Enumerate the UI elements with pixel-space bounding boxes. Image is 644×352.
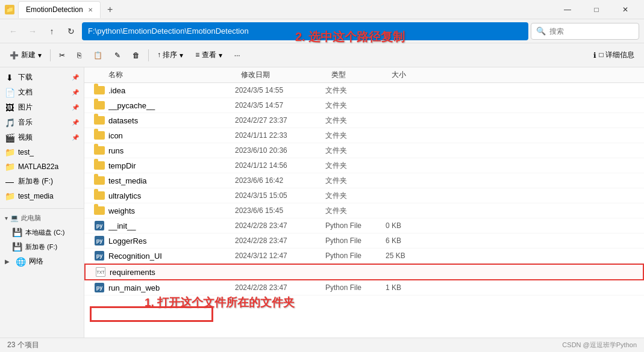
sidebar-item-download[interactable]: ⬇ 下载 📌 — [0, 70, 84, 85]
sidebar-item-localdisk[interactable]: 💾 本地磁盘 (C:) — [0, 225, 84, 239]
table-row[interactable]: icon 2024/1/11 22:33 文件夹 — [84, 128, 644, 143]
sidebar-item-matlab[interactable]: 📁 MATLAB22a — [0, 159, 84, 174]
up-btn[interactable]: ↑ — [43, 23, 60, 40]
folder-icon — [94, 160, 105, 171]
maximize-btn[interactable]: □ — [583, 0, 610, 19]
details-label: □ 详细信息 — [599, 50, 634, 60]
separator-1 — [50, 49, 51, 61]
file-date: 2023/6/6 16:42 — [235, 176, 325, 185]
newvol-icon: 💾 — [12, 242, 22, 252]
table-row[interactable]: weights 2023/6/6 15:45 文件夹 — [84, 203, 644, 218]
address-bar: ← → ↑ ↻ F:\python\EmotionDetection\Emoti… — [0, 19, 644, 43]
this-pc-icon: 💻 — [10, 214, 19, 222]
sort-btn[interactable]: ↑ 排序 ▾ — [152, 46, 188, 64]
music-icon: 🎵 — [5, 118, 14, 128]
status-bar: 23 个项目 CSDN @逗逗班学Python — [0, 338, 644, 352]
sidebar-item-network[interactable]: ▶ 🌐 网络 — [0, 254, 84, 269]
sidebar-item-testmedia[interactable]: 📁 test_media — [0, 189, 84, 203]
new-btn[interactable]: ➕ 新建 ▾ — [5, 46, 46, 64]
delete-btn[interactable]: 🗑 — [128, 46, 145, 64]
col-header-size: 大小 — [392, 70, 440, 80]
sidebar-item-images[interactable]: 🖼 图片 📌 — [0, 100, 84, 115]
title-bar: 📁 EmotionDetection ✕ + — □ ✕ — [0, 0, 644, 19]
search-box[interactable]: 🔍 — [531, 23, 639, 40]
sidebar-item-video[interactable]: 🎬 视频 📌 — [0, 130, 84, 145]
sidebar-label-matlab: MATLAB22a — [18, 162, 58, 171]
rename-icon: ✎ — [114, 51, 120, 60]
sidebar-item-music[interactable]: 🎵 音乐 📌 — [0, 115, 84, 130]
this-pc-label: 此电脑 — [21, 214, 41, 223]
sidebar-label-newf: 新加卷 (F:) — [18, 176, 53, 187]
file-list-container[interactable]: 名称 修改日期 类型 大小 .idea 2024/3/5 14:55 文件夹 _… — [84, 67, 644, 352]
tab-label: EmotionDetection — [26, 5, 83, 14]
file-name: weights — [108, 206, 235, 215]
network-icon: 🌐 — [16, 257, 25, 267]
table-row[interactable]: py __init__ 2024/2/28 23:47 Python File … — [84, 218, 644, 233]
file-name: .idea — [108, 86, 235, 95]
copy-btn[interactable]: ⎘ — [72, 46, 86, 64]
folder-icon-testmedia: 📁 — [5, 191, 14, 201]
sidebar-item-newf[interactable]: — 新加卷 (F:) — [0, 174, 84, 189]
file-type: Python File — [325, 221, 386, 230]
address-text: F:\python\EmotionDetection\EmotionDetect… — [88, 26, 249, 36]
images-icon: 🖼 — [5, 103, 14, 113]
python-icon: py — [94, 250, 105, 261]
search-input[interactable] — [549, 27, 634, 36]
sidebar-label-images: 图片 — [18, 102, 33, 113]
file-name: __pycache__ — [108, 101, 235, 110]
address-input-wrap[interactable]: F:\python\EmotionDetection\EmotionDetect… — [82, 22, 528, 40]
forward-btn[interactable]: → — [24, 23, 41, 40]
minimize-btn[interactable]: — — [554, 0, 581, 19]
file-date: 2024/3/5 14:57 — [235, 101, 325, 110]
file-date: 2023/6/10 20:36 — [235, 146, 325, 155]
localdisk-icon: 💾 — [12, 227, 22, 237]
file-type: 文件夹 — [325, 85, 386, 96]
paste-btn[interactable]: 📋 — [89, 46, 107, 64]
delete-icon: 🗑 — [133, 51, 140, 60]
folder-icon — [94, 205, 105, 216]
file-rows: .idea 2024/3/5 14:55 文件夹 __pycache__ 202… — [84, 83, 644, 295]
sidebar-item-newvol[interactable]: 💾 新加卷 (F:) — [0, 239, 84, 254]
file-type: 文件夹 — [325, 191, 386, 201]
col-header-type: 类型 — [331, 70, 392, 80]
refresh-btn[interactable]: ↻ — [63, 23, 80, 40]
table-row[interactable]: tempDir 2024/1/12 14:56 文件夹 — [84, 158, 644, 173]
new-icon: ➕ — [10, 51, 19, 60]
file-type: 文件夹 — [325, 176, 386, 186]
file-name: icon — [108, 131, 235, 140]
sidebar-label-testmedia: test_media — [18, 192, 54, 200]
folder-icon-test: 📁 — [5, 147, 14, 157]
table-row[interactable]: py run_main_web 2024/2/28 23:47 Python F… — [84, 280, 644, 295]
sidebar-item-docs[interactable]: 📄 文档 📌 — [0, 85, 84, 100]
drive-icon-newf: — — [5, 177, 14, 187]
folder-icon — [94, 145, 105, 156]
table-row[interactable]: TXT requirements — [84, 264, 644, 280]
file-name: Recognition_UI — [108, 252, 235, 261]
table-row[interactable]: ultralytics 2024/3/15 15:05 文件夹 — [84, 188, 644, 203]
table-row[interactable]: test_media 2023/6/6 16:42 文件夹 — [84, 173, 644, 188]
table-row[interactable]: .idea 2024/3/5 14:55 文件夹 — [84, 83, 644, 98]
close-btn[interactable]: ✕ — [611, 0, 639, 19]
table-row[interactable]: runs 2023/6/10 20:36 文件夹 — [84, 143, 644, 158]
file-size: 0 KB — [386, 221, 434, 230]
new-tab-btn[interactable]: + — [103, 2, 117, 17]
active-tab[interactable]: EmotionDetection ✕ — [18, 1, 101, 18]
pin-icon-docs: 📌 — [72, 89, 79, 96]
table-row[interactable]: __pycache__ 2024/3/5 14:57 文件夹 — [84, 98, 644, 113]
sidebar-label-docs: 文档 — [18, 87, 33, 97]
file-type: 文件夹 — [325, 206, 386, 216]
details-btn[interactable]: ℹ □ 详细信息 — [589, 46, 639, 64]
table-row[interactable]: datasets 2024/2/27 23:37 文件夹 — [84, 113, 644, 128]
more-btn[interactable]: ··· — [230, 46, 245, 64]
status-count: 23 个项目 — [7, 340, 39, 350]
rename-btn[interactable]: ✎ — [110, 46, 125, 64]
table-row[interactable]: py Recognition_UI 2024/3/12 12:47 Python… — [84, 249, 644, 264]
view-btn[interactable]: ≡ 查看 ▾ — [190, 46, 227, 64]
tab-close-btn[interactable]: ✕ — [88, 7, 93, 13]
this-pc-header[interactable]: ▾ 💻 此电脑 — [0, 211, 84, 225]
table-row[interactable]: py LoggerRes 2024/2/28 23:47 Python File… — [84, 233, 644, 249]
back-btn[interactable]: ← — [5, 23, 22, 40]
cut-btn[interactable]: ✂ — [54, 46, 70, 64]
file-name: test_media — [108, 176, 235, 185]
sidebar-item-test[interactable]: 📁 test_ — [0, 145, 84, 159]
